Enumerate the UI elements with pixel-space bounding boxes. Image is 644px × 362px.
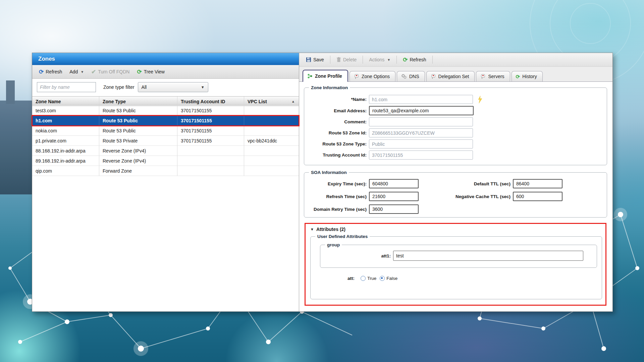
table-row-selected[interactable]: h1.com Route 53 Public 370171501155 (32, 116, 299, 126)
table-row[interactable]: p1.private.com Route 53 Private 37017150… (32, 136, 299, 146)
att-true-radio[interactable] (361, 276, 366, 281)
zones-filter-row: Zone type filter All ▼ (32, 79, 299, 96)
column-header-zone-type[interactable]: Zone Type (99, 97, 177, 107)
negative-cache-ttl-label: Negative Cache TTL (sec) (422, 194, 511, 199)
soa-information-legend: SOA Information (309, 170, 349, 175)
route53-zone-id-label: Route 53 Zone Id: (309, 130, 367, 135)
default-ttl-label: Default TTL (sec) (422, 181, 511, 186)
filter-by-name-input[interactable] (37, 82, 96, 92)
save-button[interactable]: Save (304, 56, 326, 64)
lightning-bolt-icon (478, 96, 482, 103)
chevron-down-icon: ▼ (201, 85, 205, 89)
toolbar-separator (363, 56, 363, 64)
table-row[interactable]: 88.168.192.in-addr.arpa Reverse Zone (IP… (32, 146, 299, 156)
trusting-account-id-label: Trusting Account Id: (309, 153, 367, 158)
table-row[interactable]: nokia.com Route 53 Public 370171501155 (32, 126, 299, 136)
expiry-time-field[interactable] (369, 179, 419, 188)
tab-delegation-set[interactable]: Delegation Set (426, 71, 475, 81)
column-header-trusting-account-id[interactable]: Trusting Account ID (177, 97, 244, 107)
tree-view-button[interactable]: ⟳ Tree View (135, 68, 167, 76)
collapse-triangle-icon: ▼ (310, 227, 314, 231)
refresh-button[interactable]: ⟳ Refresh (401, 56, 428, 64)
chevron-down-icon: ▼ (387, 58, 390, 62)
zone-information-fieldset: Zone Information *Name: Email Address: C… (304, 85, 607, 165)
zone-profile-content: Zone Information *Name: Email Address: C… (299, 81, 612, 311)
attributes-collapse-header[interactable]: ▼ Attributes (2) (309, 226, 602, 234)
attributes-annotated-box: ▼ Attributes (2) User Defined Attributes… (305, 223, 606, 306)
tab-servers[interactable]: Servers (476, 71, 510, 81)
email-field-row: Email Address: (309, 106, 602, 115)
add-button[interactable]: Add ▼ (67, 68, 86, 76)
att-radio-row: att: True False (347, 276, 597, 281)
soa-grid: Expiry Time (sec): Default TTL (sec) Ref… (309, 179, 602, 214)
history-icon: ⟳ (516, 74, 520, 79)
trusting-account-id-field[interactable] (369, 150, 473, 160)
comment-label: Comment: (309, 119, 367, 124)
user-defined-attributes-fieldset: User Defined Attributes group att1: att: (310, 234, 602, 299)
detail-tabs: Zone Profile Zone Options DNS (299, 67, 612, 81)
group-legend: group (325, 242, 342, 247)
route53-zone-type-label: Route 53 Zone Type: (309, 141, 367, 146)
tab-dns[interactable]: DNS (397, 71, 425, 81)
tab-history[interactable]: ⟳ History (512, 71, 543, 81)
desktop-background: Zones ⟳ Refresh Add ▼ ✔ Turn Off FQDN ⟳ … (0, 0, 644, 362)
delegation-set-icon (431, 74, 436, 79)
expiry-time-label: Expiry Time (sec): (309, 181, 367, 186)
soa-information-fieldset: SOA Information Expiry Time (sec): Defau… (304, 170, 607, 218)
tab-zone-options[interactable]: Zone Options (350, 71, 395, 81)
group-fieldset: group att1: (320, 242, 597, 268)
zone-options-icon (354, 74, 359, 79)
email-address-field[interactable] (369, 106, 474, 115)
email-address-label: Email Address: (309, 108, 367, 113)
domain-retry-time-label: Domain Retry Time (sec) (309, 207, 367, 212)
name-label: *Name: (309, 97, 367, 102)
att1-field[interactable] (393, 251, 583, 261)
refresh-time-field[interactable] (369, 192, 419, 201)
refresh-icon: ⟳ (39, 69, 44, 75)
turn-off-fqdn-button[interactable]: ✔ Turn Off FQDN (89, 68, 131, 76)
trash-icon (336, 57, 341, 62)
default-ttl-field[interactable] (513, 179, 562, 188)
actions-button[interactable]: Actions ▼ (367, 56, 392, 64)
check-icon: ✔ (91, 69, 96, 75)
refresh-icon: ⟳ (403, 57, 408, 63)
trusting-account-id-row: Trusting Account Id: (309, 150, 602, 160)
comment-field[interactable] (369, 117, 473, 126)
att-false-label[interactable]: False (386, 276, 397, 281)
negative-cache-ttl-field[interactable] (513, 192, 562, 201)
servers-icon (480, 74, 486, 79)
domain-retry-time-field[interactable] (369, 204, 419, 214)
zones-table: Zone Name Zone Type Trusting Account ID … (32, 96, 299, 176)
table-row[interactable]: 89.168.192.in-addr.arpa Reverse Zone (IP… (32, 156, 299, 166)
route53-zone-type-row: Route 53 Zone Type: (309, 139, 602, 148)
app-window: Zones ⟳ Refresh Add ▼ ✔ Turn Off FQDN ⟳ … (32, 53, 613, 312)
tree-view-icon: ⟳ (137, 69, 142, 75)
city-silhouette (0, 101, 32, 194)
comment-field-row: Comment: (309, 117, 602, 126)
zone-detail-panel: Save Delete Actions ▼ (299, 53, 612, 311)
zone-type-filter-select[interactable]: All ▼ (138, 82, 208, 92)
route53-zone-id-field[interactable] (369, 128, 473, 137)
name-field[interactable] (369, 95, 473, 104)
sort-ascending-icon: ▲ (291, 100, 295, 103)
att1-row: att1: (325, 251, 592, 261)
zones-table-header: Zone Name Zone Type Trusting Account ID … (32, 97, 299, 106)
column-header-vpc-list[interactable]: VPC List ▲ (244, 97, 299, 107)
save-floppy-icon (306, 57, 311, 62)
toolbar-separator (396, 56, 397, 64)
delete-button[interactable]: Delete (334, 56, 359, 64)
route53-zone-type-field[interactable] (369, 139, 473, 148)
column-header-zone-name[interactable]: Zone Name (32, 97, 99, 107)
tab-zone-profile[interactable]: Zone Profile (303, 70, 348, 82)
toolbar-separator (432, 56, 433, 64)
dns-icon (401, 74, 407, 79)
att-false-radio[interactable] (380, 276, 385, 281)
att-label: att: (347, 276, 355, 281)
att-true-label[interactable]: True (367, 276, 376, 281)
user-defined-attributes-legend: User Defined Attributes (315, 234, 370, 239)
table-row[interactable]: qip.com Forward Zone (32, 166, 299, 176)
toolbar-separator (330, 56, 330, 64)
refresh-button[interactable]: ⟳ Refresh (37, 68, 64, 76)
table-row[interactable]: test3.com Route 53 Public 370171501155 (32, 106, 299, 116)
att1-label: att1: (325, 253, 391, 258)
